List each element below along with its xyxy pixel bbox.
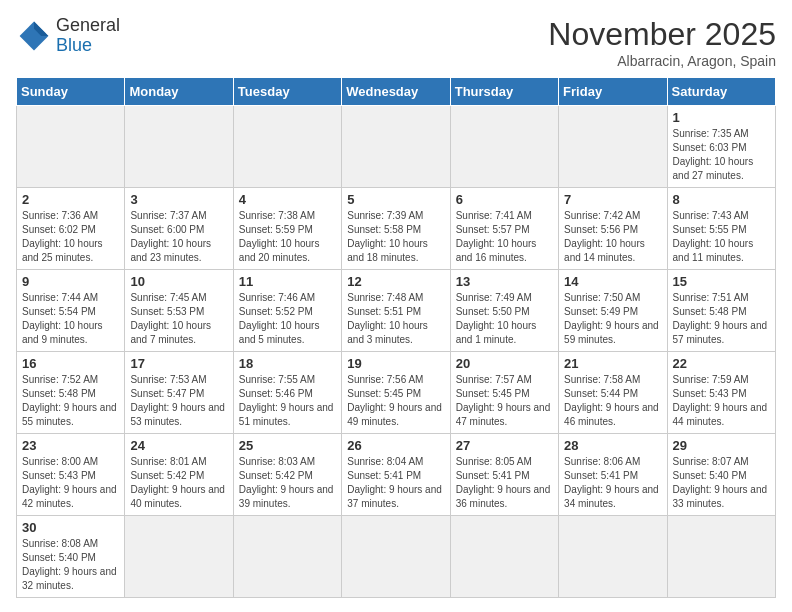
calendar-cell	[667, 516, 775, 598]
cell-info: Sunrise: 8:07 AM Sunset: 5:40 PM Dayligh…	[673, 455, 770, 511]
date-number: 19	[347, 356, 444, 371]
cell-info: Sunrise: 7:57 AM Sunset: 5:45 PM Dayligh…	[456, 373, 553, 429]
date-number: 7	[564, 192, 661, 207]
cell-info: Sunrise: 7:59 AM Sunset: 5:43 PM Dayligh…	[673, 373, 770, 429]
date-number: 26	[347, 438, 444, 453]
calendar-cell	[233, 516, 341, 598]
date-number: 12	[347, 274, 444, 289]
calendar-row-0: 1Sunrise: 7:35 AM Sunset: 6:03 PM Daylig…	[17, 106, 776, 188]
cell-info: Sunrise: 8:05 AM Sunset: 5:41 PM Dayligh…	[456, 455, 553, 511]
date-number: 21	[564, 356, 661, 371]
date-number: 8	[673, 192, 770, 207]
calendar-cell: 29Sunrise: 8:07 AM Sunset: 5:40 PM Dayli…	[667, 434, 775, 516]
date-number: 15	[673, 274, 770, 289]
cell-info: Sunrise: 7:50 AM Sunset: 5:49 PM Dayligh…	[564, 291, 661, 347]
calendar-cell: 10Sunrise: 7:45 AM Sunset: 5:53 PM Dayli…	[125, 270, 233, 352]
calendar-cell	[450, 106, 558, 188]
calendar-cell	[125, 516, 233, 598]
calendar-cell: 27Sunrise: 8:05 AM Sunset: 5:41 PM Dayli…	[450, 434, 558, 516]
date-number: 23	[22, 438, 119, 453]
cell-info: Sunrise: 7:35 AM Sunset: 6:03 PM Dayligh…	[673, 127, 770, 183]
calendar-cell	[17, 106, 125, 188]
date-number: 16	[22, 356, 119, 371]
cell-info: Sunrise: 7:52 AM Sunset: 5:48 PM Dayligh…	[22, 373, 119, 429]
day-header-wednesday: Wednesday	[342, 78, 450, 106]
cell-info: Sunrise: 8:00 AM Sunset: 5:43 PM Dayligh…	[22, 455, 119, 511]
calendar-cell: 28Sunrise: 8:06 AM Sunset: 5:41 PM Dayli…	[559, 434, 667, 516]
calendar-cell: 7Sunrise: 7:42 AM Sunset: 5:56 PM Daylig…	[559, 188, 667, 270]
date-number: 9	[22, 274, 119, 289]
day-header-saturday: Saturday	[667, 78, 775, 106]
cell-info: Sunrise: 8:04 AM Sunset: 5:41 PM Dayligh…	[347, 455, 444, 511]
calendar-cell: 21Sunrise: 7:58 AM Sunset: 5:44 PM Dayli…	[559, 352, 667, 434]
calendar-cell: 20Sunrise: 7:57 AM Sunset: 5:45 PM Dayli…	[450, 352, 558, 434]
date-number: 28	[564, 438, 661, 453]
cell-info: Sunrise: 7:45 AM Sunset: 5:53 PM Dayligh…	[130, 291, 227, 347]
logo-icon	[16, 18, 52, 54]
date-number: 4	[239, 192, 336, 207]
cell-info: Sunrise: 7:37 AM Sunset: 6:00 PM Dayligh…	[130, 209, 227, 265]
calendar-cell: 18Sunrise: 7:55 AM Sunset: 5:46 PM Dayli…	[233, 352, 341, 434]
cell-info: Sunrise: 7:43 AM Sunset: 5:55 PM Dayligh…	[673, 209, 770, 265]
day-header-tuesday: Tuesday	[233, 78, 341, 106]
calendar-cell: 17Sunrise: 7:53 AM Sunset: 5:47 PM Dayli…	[125, 352, 233, 434]
calendar-cell: 14Sunrise: 7:50 AM Sunset: 5:49 PM Dayli…	[559, 270, 667, 352]
date-number: 3	[130, 192, 227, 207]
cell-info: Sunrise: 8:06 AM Sunset: 5:41 PM Dayligh…	[564, 455, 661, 511]
cell-info: Sunrise: 7:42 AM Sunset: 5:56 PM Dayligh…	[564, 209, 661, 265]
calendar-cell: 9Sunrise: 7:44 AM Sunset: 5:54 PM Daylig…	[17, 270, 125, 352]
calendar-cell: 15Sunrise: 7:51 AM Sunset: 5:48 PM Dayli…	[667, 270, 775, 352]
calendar-cell: 6Sunrise: 7:41 AM Sunset: 5:57 PM Daylig…	[450, 188, 558, 270]
date-number: 30	[22, 520, 119, 535]
day-header-thursday: Thursday	[450, 78, 558, 106]
calendar-cell: 22Sunrise: 7:59 AM Sunset: 5:43 PM Dayli…	[667, 352, 775, 434]
calendar-cell: 11Sunrise: 7:46 AM Sunset: 5:52 PM Dayli…	[233, 270, 341, 352]
date-number: 1	[673, 110, 770, 125]
date-number: 5	[347, 192, 444, 207]
cell-info: Sunrise: 7:56 AM Sunset: 5:45 PM Dayligh…	[347, 373, 444, 429]
cell-info: Sunrise: 7:55 AM Sunset: 5:46 PM Dayligh…	[239, 373, 336, 429]
calendar-cell: 19Sunrise: 7:56 AM Sunset: 5:45 PM Dayli…	[342, 352, 450, 434]
logo: General Blue	[16, 16, 120, 56]
calendar-cell	[342, 516, 450, 598]
logo-text: General Blue	[56, 16, 120, 56]
date-number: 2	[22, 192, 119, 207]
calendar-cell: 13Sunrise: 7:49 AM Sunset: 5:50 PM Dayli…	[450, 270, 558, 352]
cell-info: Sunrise: 7:46 AM Sunset: 5:52 PM Dayligh…	[239, 291, 336, 347]
page-header: General Blue November 2025 Albarracin, A…	[16, 16, 776, 69]
calendar-cell: 2Sunrise: 7:36 AM Sunset: 6:02 PM Daylig…	[17, 188, 125, 270]
date-number: 10	[130, 274, 227, 289]
date-number: 17	[130, 356, 227, 371]
cell-info: Sunrise: 7:49 AM Sunset: 5:50 PM Dayligh…	[456, 291, 553, 347]
calendar-cell	[450, 516, 558, 598]
calendar-cell	[559, 516, 667, 598]
date-number: 29	[673, 438, 770, 453]
cell-info: Sunrise: 7:53 AM Sunset: 5:47 PM Dayligh…	[130, 373, 227, 429]
day-header-row: SundayMondayTuesdayWednesdayThursdayFrid…	[17, 78, 776, 106]
calendar-cell	[559, 106, 667, 188]
calendar-cell: 3Sunrise: 7:37 AM Sunset: 6:00 PM Daylig…	[125, 188, 233, 270]
calendar-table: SundayMondayTuesdayWednesdayThursdayFrid…	[16, 77, 776, 598]
date-number: 14	[564, 274, 661, 289]
date-number: 13	[456, 274, 553, 289]
cell-info: Sunrise: 7:48 AM Sunset: 5:51 PM Dayligh…	[347, 291, 444, 347]
calendar-cell: 30Sunrise: 8:08 AM Sunset: 5:40 PM Dayli…	[17, 516, 125, 598]
calendar-cell: 5Sunrise: 7:39 AM Sunset: 5:58 PM Daylig…	[342, 188, 450, 270]
calendar-cell: 25Sunrise: 8:03 AM Sunset: 5:42 PM Dayli…	[233, 434, 341, 516]
date-number: 18	[239, 356, 336, 371]
month-title: November 2025	[548, 16, 776, 53]
cell-info: Sunrise: 7:39 AM Sunset: 5:58 PM Dayligh…	[347, 209, 444, 265]
calendar-cell: 1Sunrise: 7:35 AM Sunset: 6:03 PM Daylig…	[667, 106, 775, 188]
calendar-cell: 26Sunrise: 8:04 AM Sunset: 5:41 PM Dayli…	[342, 434, 450, 516]
day-header-friday: Friday	[559, 78, 667, 106]
day-header-sunday: Sunday	[17, 78, 125, 106]
calendar-row-2: 9Sunrise: 7:44 AM Sunset: 5:54 PM Daylig…	[17, 270, 776, 352]
calendar-cell	[125, 106, 233, 188]
cell-info: Sunrise: 7:51 AM Sunset: 5:48 PM Dayligh…	[673, 291, 770, 347]
calendar-cell	[342, 106, 450, 188]
calendar-row-5: 30Sunrise: 8:08 AM Sunset: 5:40 PM Dayli…	[17, 516, 776, 598]
calendar-cell: 8Sunrise: 7:43 AM Sunset: 5:55 PM Daylig…	[667, 188, 775, 270]
cell-info: Sunrise: 8:01 AM Sunset: 5:42 PM Dayligh…	[130, 455, 227, 511]
date-number: 11	[239, 274, 336, 289]
cell-info: Sunrise: 7:44 AM Sunset: 5:54 PM Dayligh…	[22, 291, 119, 347]
